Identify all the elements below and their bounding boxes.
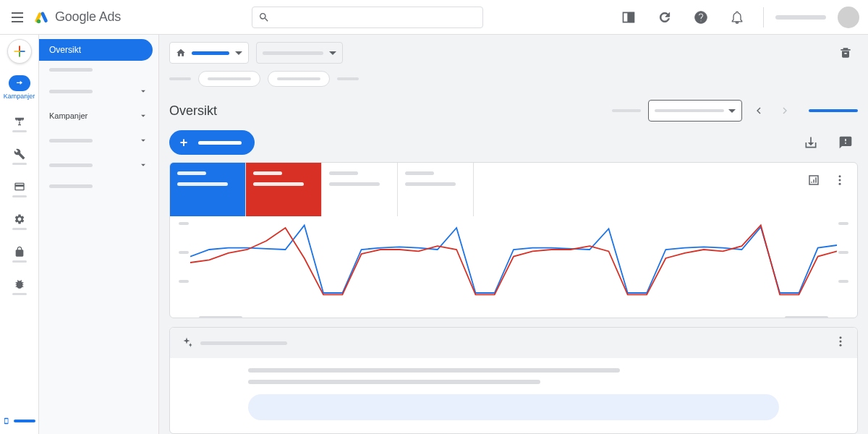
breadcrumb-row [159,68,868,95]
rail-security[interactable] [0,242,38,267]
expand-chart-button[interactable] [804,170,824,190]
filter-chip-1[interactable] [198,71,260,87]
svg-point-6 [840,336,842,339]
left-rail: Kampanjer [0,35,39,434]
ads-logo-icon [35,9,51,25]
search-icon [258,12,270,23]
insight-menu-button[interactable] [834,335,847,351]
sidebar-item-4[interactable] [39,128,158,153]
svg-point-2 [37,19,41,23]
scope-select[interactable] [256,42,343,64]
action-row: + [159,130,868,162]
insight-header [170,328,857,358]
insight-body [183,368,844,420]
create-fab[interactable] [7,39,32,64]
svg-point-5 [839,183,841,185]
sidebar-item-6[interactable] [39,177,158,195]
card-menu-button[interactable] [830,170,850,190]
card-icon [14,181,25,192]
search-input[interactable] [252,7,483,28]
sidebar-item-1[interactable] [39,61,158,79]
bug-icon [14,278,25,290]
rail-admin[interactable] [0,209,38,234]
svg-point-3 [839,175,841,177]
appearance-icon[interactable] [614,3,643,32]
trophy-icon [14,116,25,127]
save-view-icon[interactable] [833,41,858,65]
tools-icon [14,148,25,160]
crumb-1 [169,77,191,80]
insight-title-placeholder [200,341,287,345]
svg-point-4 [839,179,841,182]
account-name-placeholder [775,15,826,20]
chart-area [170,216,857,318]
sparkle-icon [180,336,193,349]
y-axis-left [179,222,189,283]
chevron-right-icon [779,105,791,116]
logo-text: Google Ads [55,9,121,25]
new-campaign-button[interactable]: + [169,130,255,155]
hamburger-menu-icon[interactable] [9,9,26,26]
y-axis-right [838,222,848,283]
help-icon[interactable] [686,3,715,32]
sidebar-campaigns[interactable]: Kampanjer [39,103,158,128]
sidebar-item-5[interactable] [39,153,158,177]
device-icon [3,415,9,427]
rail-campaigns[interactable]: Kampanjer [0,71,38,104]
metric-3[interactable] [322,163,398,216]
rail-campaigns-label: Kampanjer [4,93,35,100]
svg-point-8 [840,344,842,346]
filter-chip-2[interactable] [268,71,330,87]
chart-icon [807,174,820,187]
rail-goals[interactable] [0,111,38,137]
performance-card [169,162,858,318]
page-title: Oversikt [169,103,217,119]
more-vert-icon [834,335,847,348]
sidebar-overview[interactable]: Oversikt [39,39,153,61]
compare-label [612,109,641,112]
chevron-down-icon [138,160,148,170]
download-icon [804,135,818,150]
plus-icon: + [176,135,191,150]
rail-billing[interactable] [0,176,38,202]
header-actions [614,3,859,32]
insight-input-placeholder[interactable] [248,394,779,420]
metric-1[interactable] [170,163,246,216]
svg-point-7 [840,341,842,343]
download-button[interactable] [799,130,823,155]
date-range-select[interactable] [648,100,742,122]
feedback-button[interactable] [833,130,858,155]
insight-card [169,327,858,434]
feedback-icon [838,135,853,150]
sidebar-item-2[interactable] [39,79,158,103]
rail-footer-link[interactable] [0,408,38,434]
active-view-indicator [809,109,858,112]
refresh-icon[interactable] [650,3,679,32]
chevron-left-icon [753,105,765,116]
notifications-icon[interactable] [723,3,752,32]
app-header: Google Ads [0,0,868,35]
gear-icon [14,213,25,225]
metric-row [170,163,857,216]
main-content: Oversikt + [159,35,868,434]
chevron-down-icon [138,86,148,96]
page-title-row: Oversikt [159,95,868,130]
home-icon [176,48,186,58]
archive-icon [838,46,853,60]
date-next[interactable] [775,101,794,120]
metric-4[interactable] [398,163,474,216]
chevron-down-icon [138,135,148,145]
line-chart [190,224,837,310]
user-avatar[interactable] [838,7,859,28]
crumb-2 [337,77,359,80]
rail-tools[interactable] [0,144,38,169]
account-select[interactable] [169,42,249,64]
metric-2[interactable] [246,163,322,216]
date-prev[interactable] [749,101,768,120]
lock-icon [14,246,25,258]
account-toolbar [159,35,868,68]
chevron-down-icon [138,111,148,121]
megaphone-icon [14,77,25,89]
rail-bug[interactable] [0,274,38,299]
google-ads-logo[interactable]: Google Ads [35,9,121,25]
